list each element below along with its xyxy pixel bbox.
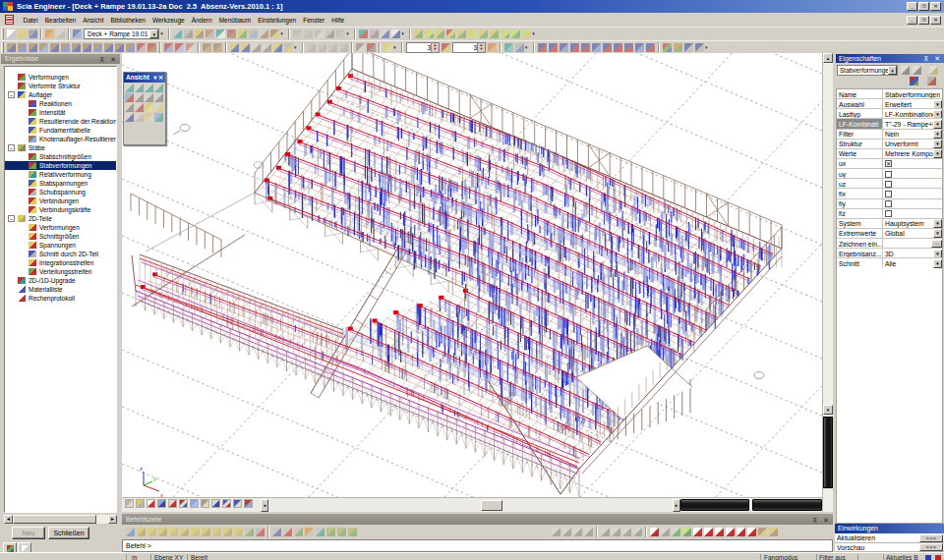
svg-text:z: z (140, 466, 143, 472)
svg-text:y: y (153, 476, 156, 481)
